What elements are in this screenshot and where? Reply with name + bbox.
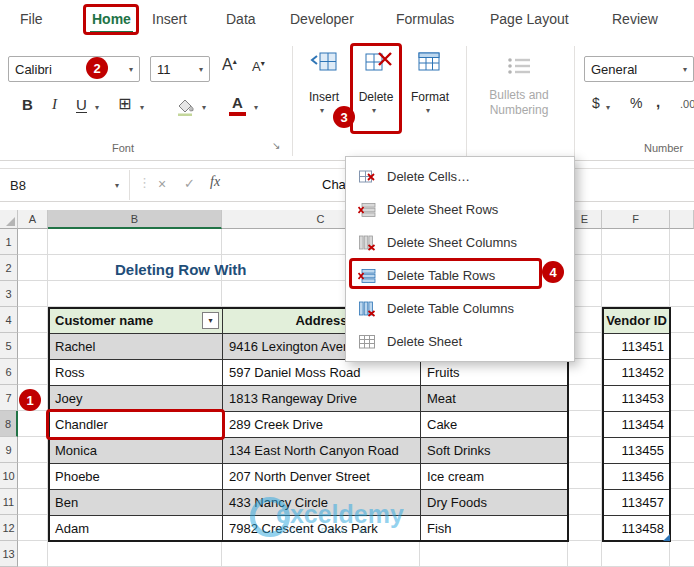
row-header-3[interactable]: 3: [0, 281, 18, 307]
tab-file[interactable]: File: [20, 11, 43, 27]
cell-category[interactable]: Ice cream: [420, 463, 569, 490]
fill-color-icon[interactable]: [176, 98, 196, 116]
currency-button[interactable]: $: [592, 96, 600, 110]
row-header-7[interactable]: 7: [0, 385, 18, 411]
cell-category[interactable]: Dry Foods: [420, 489, 569, 516]
row-header-5[interactable]: 5: [0, 333, 18, 359]
sheet-title[interactable]: Deleting Row With: [115, 261, 247, 278]
insert-chevron[interactable]: ▾: [320, 107, 324, 115]
cell-customer[interactable]: Joey: [48, 385, 223, 412]
tab-home[interactable]: Home: [92, 11, 131, 27]
table-header-vendor[interactable]: Vendor ID: [602, 307, 671, 334]
cell-address[interactable]: 289 Creek Drive: [222, 411, 421, 438]
tab-page-layout[interactable]: Page Layout: [490, 11, 569, 27]
cell-customer[interactable]: Adam: [48, 515, 223, 542]
tab-data[interactable]: Data: [226, 11, 256, 27]
cell-category[interactable]: Fruits: [420, 359, 569, 386]
column-header-f[interactable]: F: [602, 210, 670, 229]
menu-item-delete-table-rows[interactable]: Delete Table Rows: [346, 259, 574, 292]
underline-button[interactable]: U: [76, 97, 87, 113]
row-header-12[interactable]: 12: [0, 515, 18, 541]
cell-vendor[interactable]: 113453: [602, 385, 671, 412]
cell-customer[interactable]: Monica: [48, 437, 223, 464]
font-color-chevron[interactable]: ▾: [254, 104, 258, 112]
currency-chevron[interactable]: ▾: [606, 104, 610, 112]
tab-formulas[interactable]: Formulas: [396, 11, 454, 27]
fill-color-chevron[interactable]: ▾: [202, 104, 206, 112]
row-header-11[interactable]: 11: [0, 489, 18, 515]
comma-style-button[interactable]: ,: [656, 94, 660, 109]
tab-review[interactable]: Review: [612, 11, 658, 27]
row-header-6[interactable]: 6: [0, 359, 18, 385]
menu-item-delete-sheet-columns[interactable]: Delete Sheet Columns: [346, 226, 574, 259]
cell-vendor[interactable]: 113455: [602, 437, 671, 464]
row-header-2[interactable]: 2: [0, 255, 18, 281]
bold-button[interactable]: B: [22, 97, 33, 112]
cell-customer[interactable]: Rachel: [48, 333, 223, 360]
cell-vendor[interactable]: 113456: [602, 463, 671, 490]
cell-address[interactable]: 433 Nancy Circle: [222, 489, 421, 516]
percent-style-button[interactable]: %: [630, 96, 642, 110]
select-all-button[interactable]: [0, 210, 18, 229]
cell-vendor[interactable]: 113452: [602, 359, 671, 386]
column-header-partial[interactable]: [670, 210, 694, 229]
row-header-13[interactable]: 13: [0, 541, 18, 567]
cell-category[interactable]: Meat: [420, 385, 569, 412]
cell-category[interactable]: Fish: [420, 515, 569, 542]
increase-decimal-button[interactable]: .00: [680, 99, 694, 110]
formula-enter-button[interactable]: ✓: [184, 177, 195, 190]
formula-cancel-button[interactable]: ×: [158, 177, 166, 191]
row-header-10[interactable]: 10: [0, 463, 18, 489]
menu-item-delete-table-columns[interactable]: Delete Table Columns: [346, 292, 574, 325]
cell-address[interactable]: 1813 Rangeway Drive: [222, 385, 421, 412]
menu-item-delete-sheet-rows[interactable]: Delete Sheet Rows: [346, 193, 574, 226]
font-name-combo[interactable]: Calibri ▾: [8, 56, 140, 82]
cell-address[interactable]: 134 East North Canyon Road: [222, 437, 421, 464]
format-chevron[interactable]: ▾: [426, 107, 430, 115]
menu-item-label: Delete Sheet Columns: [387, 235, 517, 250]
cell-customer[interactable]: Phoebe: [48, 463, 223, 490]
cell-address[interactable]: 597 Daniel Moss Road: [222, 359, 421, 386]
cell-customer[interactable]: Ben: [48, 489, 223, 516]
insert-function-button[interactable]: fx: [210, 175, 220, 189]
cell-address[interactable]: 207 North Denver Street: [222, 463, 421, 490]
column-header-a[interactable]: A: [18, 210, 48, 229]
cell-address[interactable]: 7982 Crescent Oaks Park: [222, 515, 421, 542]
delete-chevron[interactable]: ▾: [372, 107, 376, 115]
row-header-8[interactable]: 8: [0, 411, 18, 437]
tab-developer[interactable]: Developer: [290, 11, 354, 27]
number-format-combo[interactable]: General ▾: [584, 56, 694, 82]
filter-dropdown-button[interactable]: ▾: [202, 312, 219, 329]
borders-icon[interactable]: ⊞: [118, 96, 131, 112]
shrink-font-button[interactable]: A▾: [252, 60, 265, 73]
font-size-combo[interactable]: 11 ▾: [150, 56, 210, 82]
column-header-b[interactable]: B: [48, 210, 222, 229]
format-button[interactable]: Format: [404, 90, 456, 104]
italic-button[interactable]: I: [52, 97, 57, 112]
name-box-divider[interactable]: ⋮: [138, 176, 151, 189]
cell-vendor[interactable]: 113458: [602, 515, 671, 542]
cell-category[interactable]: Soft Drinks: [420, 437, 569, 464]
row-header-1[interactable]: 1: [0, 229, 18, 255]
cell-vendor[interactable]: 113454: [602, 411, 671, 438]
row-header-4[interactable]: 4: [0, 307, 18, 333]
tab-insert[interactable]: Insert: [152, 11, 187, 27]
cell-customer[interactable]: Ross: [48, 359, 223, 386]
cell-vendor[interactable]: 113451: [602, 333, 671, 360]
grow-font-button[interactable]: A▴: [222, 57, 237, 73]
cell-customer-selected[interactable]: Chandler: [48, 411, 223, 438]
row-header-9[interactable]: 9: [0, 437, 18, 463]
cell-category[interactable]: Cake: [420, 411, 569, 438]
menu-item-delete-sheet[interactable]: Delete Sheet: [346, 325, 574, 358]
insert-button[interactable]: Insert: [298, 90, 350, 104]
borders-chevron[interactable]: ▾: [140, 104, 144, 112]
delete-button[interactable]: Delete: [350, 90, 402, 104]
font-dialog-launcher-icon[interactable]: ↘: [272, 140, 280, 151]
table-header-customer[interactable]: Customer name: [48, 307, 223, 334]
table-resize-handle[interactable]: [663, 534, 670, 541]
underline-chevron[interactable]: ▾: [95, 104, 99, 112]
name-box[interactable]: B8 ▾: [0, 170, 130, 200]
menu-item-delete-cells[interactable]: Delete Cells…: [346, 160, 574, 193]
cell-vendor[interactable]: 113457: [602, 489, 671, 516]
font-color-button[interactable]: A: [232, 95, 243, 110]
